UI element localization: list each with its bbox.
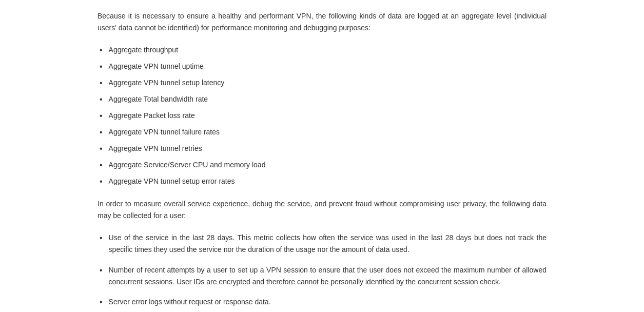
detail-list-item: Use of the service in the last 28 days. … — [97, 232, 547, 256]
page-container: Because it is necessary to ensure a heal… — [0, 0, 644, 312]
aggregate-list-item: Aggregate Service/Server CPU and memory … — [97, 159, 547, 171]
detail-list-item: Server error logs without request or res… — [97, 296, 547, 308]
aggregate-list-item: Aggregate Packet loss rate — [97, 110, 547, 122]
intro-paragraph: Because it is necessary to ensure a heal… — [97, 10, 547, 34]
aggregate-list-item: Aggregate throughput — [97, 44, 547, 56]
aggregate-list-item: Aggregate VPN tunnel uptime — [97, 61, 547, 73]
aggregate-list-item: Aggregate VPN tunnel setup latency — [97, 77, 547, 89]
aggregate-list-item: Aggregate VPN tunnel setup error rates — [97, 176, 547, 188]
detail-list: Use of the service in the last 28 days. … — [97, 232, 547, 308]
middle-paragraph: In order to measure overall service expe… — [97, 198, 547, 222]
aggregate-list-item: Aggregate VPN tunnel failure rates — [97, 126, 547, 139]
detail-list-item: Number of recent attempts by a user to s… — [97, 264, 547, 288]
aggregate-list-item: Aggregate VPN tunnel retries — [97, 143, 547, 155]
aggregate-list-item: Aggregate Total bandwidth rate — [97, 93, 547, 106]
aggregate-list: Aggregate throughputAggregate VPN tunnel… — [97, 44, 547, 188]
